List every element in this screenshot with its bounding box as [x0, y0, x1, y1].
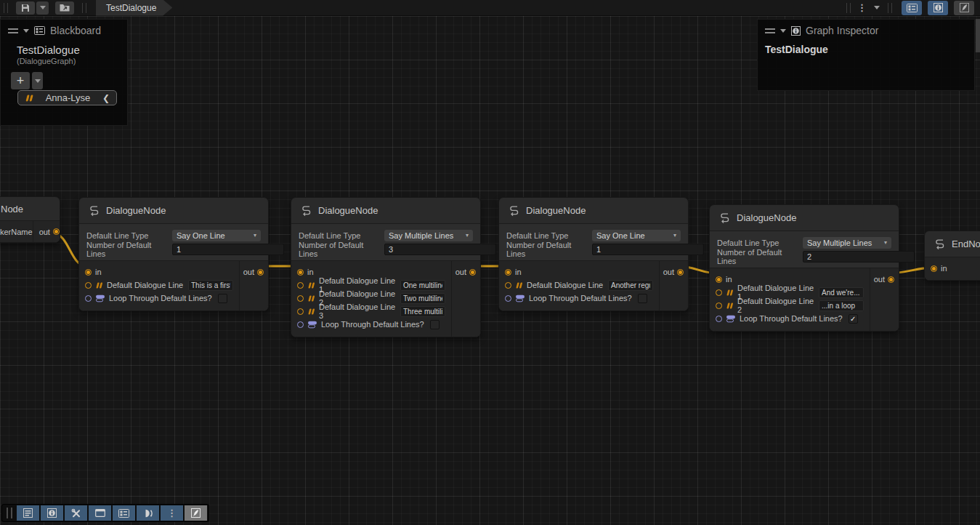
more-kebab-icon[interactable]: ⋮ [854, 2, 870, 13]
in-port-label: in [307, 268, 314, 276]
dialogue-line-port[interactable] [505, 282, 511, 289]
drag-handle-icon[interactable] [8, 28, 18, 33]
out-port[interactable] [469, 269, 476, 276]
out-port[interactable] [53, 228, 60, 235]
out-port-label: out [455, 268, 466, 276]
foldout-caret-icon[interactable] [780, 29, 786, 33]
dialogue-node-1[interactable]: DialogueNode Default Line Type Say One L… [78, 197, 269, 311]
quote-icon [726, 302, 734, 309]
out-port-label: out [874, 275, 885, 284]
dialogue-node-4[interactable]: DialogueNode Default Line Type Say Multi… [709, 204, 899, 332]
num-lines-field[interactable] [803, 251, 915, 262]
loop-port[interactable] [716, 316, 722, 322]
node-start-clipped[interactable]: Node kerName out [0, 196, 60, 243]
in-port[interactable] [931, 265, 937, 272]
out-port[interactable] [888, 276, 894, 283]
dialogue-line-port[interactable] [297, 282, 304, 289]
node-title: DialogueNode [737, 212, 796, 223]
more-dropdown-caret[interactable] [874, 6, 880, 9]
loop-icon [95, 294, 105, 302]
dialogue-node-3[interactable]: DialogueNode Default Line Type Say One L… [498, 197, 689, 311]
quote-icon [307, 282, 315, 289]
toggle-blackboard-button[interactable] [902, 1, 922, 15]
dialogue-line-port[interactable] [716, 289, 722, 296]
end-node[interactable]: EndNode in [924, 231, 980, 281]
out-port[interactable] [257, 269, 264, 276]
loop-port[interactable] [505, 295, 511, 302]
save-dropdown-button[interactable] [36, 1, 49, 15]
toggle-window-button[interactable] [89, 505, 111, 521]
blackboard-graph-type: (DialogueGraph) [1, 56, 127, 65]
num-lines-field[interactable] [592, 244, 704, 255]
loop-icon [307, 321, 317, 329]
loop-port[interactable] [85, 295, 92, 302]
dialogue-line-field[interactable] [608, 280, 653, 291]
dialogue-node-icon [508, 205, 520, 216]
dialogue-node-icon [934, 239, 946, 249]
toggle-document-button[interactable] [17, 505, 39, 521]
loop-port[interactable] [297, 321, 304, 328]
line-type-dropdown[interactable]: Say Multiple Lines ▾ [803, 237, 891, 249]
out-port[interactable] [677, 269, 684, 276]
port-label: Loop Through Default Lines? [109, 294, 212, 302]
line-type-dropdown[interactable]: Say Multiple Lines ▾ [384, 230, 473, 241]
loop-checkbox[interactable] [218, 294, 227, 303]
dialogue-node-2[interactable]: DialogueNode Default Line Type Say Multi… [291, 197, 481, 337]
toggle-dialogue-preview-button[interactable] [137, 505, 159, 521]
prop-label: Default Line Type [717, 239, 803, 247]
loop-checkbox[interactable] [638, 294, 647, 303]
add-property-button[interactable]: + [11, 72, 30, 89]
open-asset-button[interactable] [55, 1, 74, 15]
more-options-button[interactable]: ⋮ [161, 505, 183, 521]
in-port[interactable] [297, 269, 304, 276]
line-type-dropdown[interactable]: Say One Line ▾ [172, 230, 261, 241]
chevron-down-icon: ▾ [884, 239, 887, 246]
overlay-toolbar: ⋮ [1, 504, 209, 522]
port-label: Loop Through Default Lines? [321, 320, 424, 329]
drag-handle-icon[interactable] [7, 508, 12, 518]
num-lines-field[interactable] [172, 244, 284, 255]
in-port[interactable] [85, 269, 92, 276]
dropdown-value: Say One Line [596, 231, 673, 240]
blackboard-icon [907, 4, 918, 12]
dialogue-line-field[interactable] [400, 280, 445, 291]
dialogue-line-port[interactable] [85, 282, 92, 289]
dropdown-value: Say One Line [177, 231, 254, 240]
toggle-blackboard-button[interactable] [113, 505, 135, 521]
dialogue-line-field[interactable] [819, 300, 864, 311]
prop-label: Number of Default Lines [299, 241, 384, 258]
in-port[interactable] [505, 269, 511, 276]
line-type-dropdown[interactable]: Say One Line ▾ [592, 230, 681, 241]
dialogue-line-field[interactable] [188, 280, 233, 291]
in-port-label: in [941, 264, 947, 273]
save-button[interactable] [16, 1, 35, 15]
more-kebab-icon: ⋮ [164, 508, 179, 518]
loop-checkbox[interactable]: ✓ [849, 314, 858, 324]
panel-resize-strip[interactable] [976, 19, 980, 52]
collapse-chevron-icon[interactable]: ❮ [102, 93, 110, 103]
dialogue-line-port[interactable] [716, 302, 722, 309]
num-lines-field[interactable] [384, 244, 496, 255]
in-port-label: in [515, 268, 522, 276]
prop-label: Number of Default Lines [86, 241, 172, 258]
toggle-inspector-button[interactable] [41, 505, 63, 521]
graph-editor-stage: Node kerName out DialogueNode Default Li… [0, 0, 980, 525]
toggle-inspector-button[interactable] [928, 1, 948, 15]
dialogue-line-port[interactable] [297, 308, 304, 315]
drag-handle-icon[interactable] [765, 28, 775, 33]
dialogue-line-field[interactable] [400, 293, 445, 304]
toggle-quill-button[interactable] [185, 505, 207, 521]
toggle-tools-button[interactable] [65, 505, 87, 521]
in-port[interactable] [716, 276, 722, 283]
blackboard-field-anna-lyse[interactable]: Anna-Lyse ❮ [17, 90, 117, 105]
loop-checkbox[interactable] [430, 320, 440, 329]
add-property-dropdown[interactable] [32, 72, 43, 89]
dialogue-line-field[interactable] [400, 306, 445, 317]
quill-icon [191, 508, 201, 518]
tab-testdialogue[interactable]: TestDialogue [96, 0, 172, 16]
dialogue-line-field[interactable] [819, 287, 864, 298]
dialogue-line-port[interactable] [297, 295, 304, 302]
foldout-caret-icon[interactable] [23, 29, 29, 33]
toggle-preview-button[interactable] [954, 1, 974, 15]
panel-title: Blackboard [50, 25, 101, 36]
